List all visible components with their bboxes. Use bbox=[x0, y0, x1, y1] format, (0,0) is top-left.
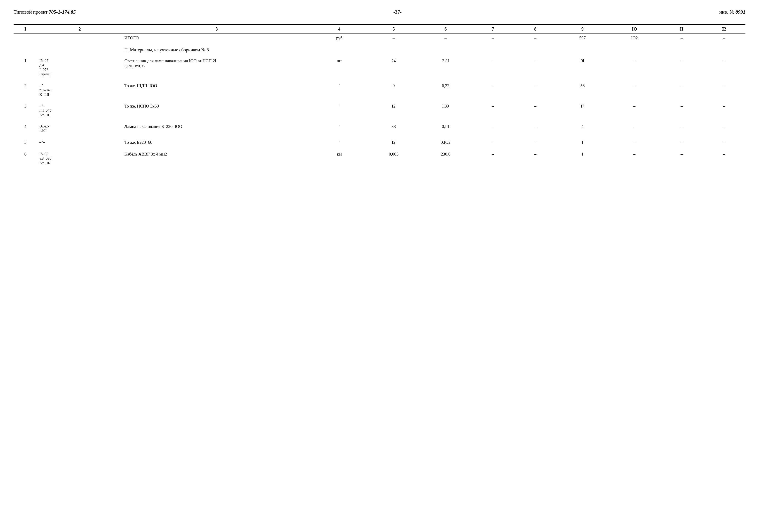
row-col7: – bbox=[472, 121, 514, 135]
header-project-label: Типовой проект bbox=[14, 9, 48, 15]
row-col9: 4 bbox=[556, 121, 609, 135]
spacer-row bbox=[14, 99, 745, 101]
row-col5: 9 bbox=[368, 81, 420, 99]
row-col5: 33 bbox=[368, 121, 420, 135]
itogo-col11: – bbox=[660, 34, 703, 43]
row-col10: – bbox=[609, 56, 660, 79]
row-unit: " bbox=[311, 121, 368, 135]
row-col9: 56 bbox=[556, 81, 609, 99]
row-col10: – bbox=[609, 149, 660, 168]
row-col8: – bbox=[514, 137, 557, 147]
row-col12: – bbox=[703, 81, 745, 99]
row-num: 3 bbox=[14, 101, 37, 120]
header-inv-value: 8991 bbox=[736, 9, 745, 15]
itogo-col10: IO2 bbox=[609, 34, 660, 43]
row-col10: – bbox=[609, 101, 660, 120]
itogo-col6: – bbox=[419, 34, 472, 43]
row-col9: I bbox=[556, 137, 609, 147]
row-col12: – bbox=[703, 56, 745, 79]
spacer-row bbox=[14, 135, 745, 137]
row-col5: 0,005 bbox=[368, 149, 420, 168]
table-row: 3 –"–п.I–045K=I,II То же, НСПО 3х60 " I2… bbox=[14, 101, 745, 120]
col-header-1: I bbox=[14, 24, 37, 34]
row-col11: – bbox=[660, 121, 703, 135]
table-row: 5 –"– То же, Б220–60 " I2 0,IO2 – – I – … bbox=[14, 137, 745, 147]
spacer-row bbox=[14, 120, 745, 121]
row-col6: I,39 bbox=[419, 101, 472, 120]
row-col5: I2 bbox=[368, 101, 420, 120]
row-unit: " bbox=[311, 101, 368, 120]
row-num: 6 bbox=[14, 149, 37, 168]
section-header-row: П. Материалы, не учтенные сборником № 8 bbox=[14, 42, 745, 56]
row-col6: 3,8I bbox=[419, 56, 472, 79]
header-page-number: -37- bbox=[393, 9, 402, 15]
col-header-10: IO bbox=[609, 24, 660, 34]
itogo-unit: руб bbox=[311, 34, 368, 43]
itogo-col5: – bbox=[368, 34, 420, 43]
col-header-4: 4 bbox=[311, 24, 368, 34]
row-col8: – bbox=[514, 81, 557, 99]
row-col8: – bbox=[514, 149, 557, 168]
col-header-6: 6 bbox=[419, 24, 472, 34]
header-project-value: 705-1-174.85 bbox=[49, 9, 76, 15]
row-col6: 6,22 bbox=[419, 81, 472, 99]
row-desc: То же, Б220–60 bbox=[122, 137, 311, 147]
row-col7: – bbox=[472, 81, 514, 99]
col-header-2: 2 bbox=[37, 24, 122, 34]
column-headers: I 2 3 4 5 6 7 8 9 IO II I2 bbox=[14, 24, 745, 34]
col-header-11: II bbox=[660, 24, 703, 34]
row-num: 2 bbox=[14, 81, 37, 99]
page-header: Типовой проект 705-1-174.85 -37- инв. № … bbox=[14, 9, 745, 17]
col-header-7: 7 bbox=[472, 24, 514, 34]
row-desc: Лампа накаливания Б–220–IOO bbox=[122, 121, 311, 135]
row-col11: – bbox=[660, 149, 703, 168]
row-col7: – bbox=[472, 149, 514, 168]
col-header-3: 3 bbox=[122, 24, 311, 34]
row-ref: I5–09т.3–038K=I,IБ bbox=[37, 149, 122, 168]
section-header-text: П. Материалы, не учтенные сборником № 8 bbox=[122, 42, 745, 56]
row-num: 4 bbox=[14, 121, 37, 135]
row-unit: " bbox=[311, 81, 368, 99]
spacer-row bbox=[14, 147, 745, 149]
row-unit: " bbox=[311, 137, 368, 147]
row-col8: – bbox=[514, 101, 557, 120]
row-col7: – bbox=[472, 56, 514, 79]
row-col12: – bbox=[703, 149, 745, 168]
row-desc: То же. ШДП–IOO bbox=[122, 81, 311, 99]
col-header-12: I2 bbox=[703, 24, 745, 34]
row-col9: 9I bbox=[556, 56, 609, 79]
itogo-col8: – bbox=[514, 34, 557, 43]
header-inv-label: инв. № bbox=[719, 9, 734, 15]
itogo-label: ИТОГО bbox=[122, 34, 311, 43]
row-unit: шт bbox=[311, 56, 368, 79]
header-right: инв. № 8991 bbox=[719, 9, 745, 15]
row-ref: сб.ч.Ус.I9I bbox=[37, 121, 122, 135]
row-col8: – bbox=[514, 121, 557, 135]
table-row: 2 –"–п.I–048K=I,II То же. ШДП–IOO " 9 6,… bbox=[14, 81, 745, 99]
col-header-8: 8 bbox=[514, 24, 557, 34]
col-header-9: 9 bbox=[556, 24, 609, 34]
itogo-col7: – bbox=[472, 34, 514, 43]
table-row: 6 I5–09т.3–038K=I,IБ Кабель АВВГ 3х 4 мм… bbox=[14, 149, 745, 168]
header-left: Типовой проект 705-1-174.85 bbox=[14, 9, 76, 15]
row-ref: –"–п.I–045K=I,II bbox=[37, 101, 122, 120]
spacer-row bbox=[14, 168, 745, 169]
row-col12: – bbox=[703, 101, 745, 120]
table-row: 4 сб.ч.Ус.I9I Лампа накаливания Б–220–IO… bbox=[14, 121, 745, 135]
row-col11: – bbox=[660, 56, 703, 79]
col-header-5: 5 bbox=[368, 24, 420, 34]
row-col6: 230,0 bbox=[419, 149, 472, 168]
row-col11: – bbox=[660, 101, 703, 120]
row-col8: – bbox=[514, 56, 557, 79]
row-col9: I7 bbox=[556, 101, 609, 120]
row-col7: – bbox=[472, 137, 514, 147]
row-desc: То же, НСПО 3х60 bbox=[122, 101, 311, 120]
spacer-row bbox=[14, 79, 745, 81]
itogo-col1 bbox=[14, 34, 37, 43]
row-col6: 0,IO2 bbox=[419, 137, 472, 147]
row-col10: – bbox=[609, 137, 660, 147]
itogo-row: ИТОГО руб – – – – 597 IO2 – – bbox=[14, 34, 745, 43]
row-col11: – bbox=[660, 137, 703, 147]
row-col10: – bbox=[609, 81, 660, 99]
row-desc: Кабель АВВГ 3х 4 мм2 bbox=[122, 149, 311, 168]
